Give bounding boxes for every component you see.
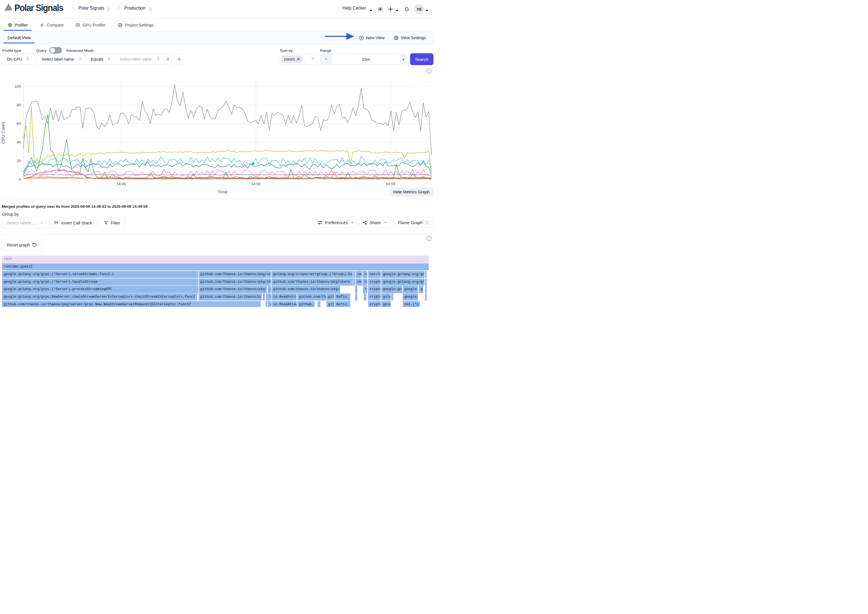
svg-text:14:50: 14:50 <box>251 182 261 186</box>
svg-text:14:45: 14:45 <box>116 182 126 186</box>
svg-text:40: 40 <box>17 140 21 144</box>
svg-text:60: 60 <box>17 121 21 126</box>
svg-text:CPU Cores: CPU Cores <box>0 122 5 144</box>
svg-text:100: 100 <box>14 84 21 88</box>
svg-text:80: 80 <box>17 103 21 107</box>
svg-text:20: 20 <box>17 159 21 163</box>
svg-text:Time: Time <box>218 189 228 194</box>
svg-text:0: 0 <box>19 177 21 181</box>
svg-text:14:55: 14:55 <box>386 182 395 186</box>
